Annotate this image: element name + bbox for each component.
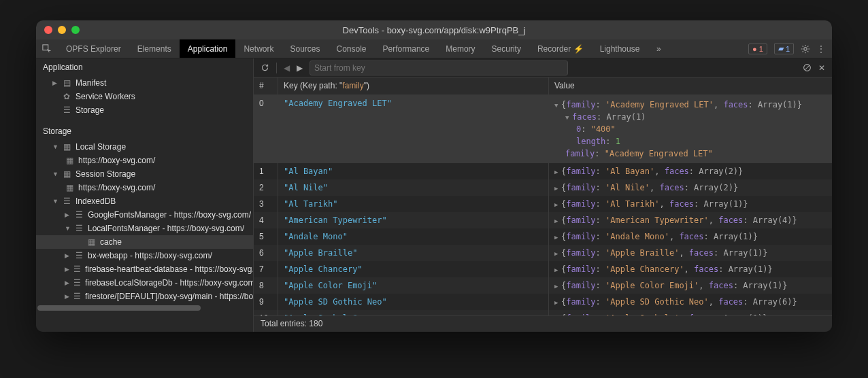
row-key: "Al Tarikh" (278, 196, 549, 212)
row-key: "Al Bayan" (278, 163, 549, 179)
storage-icon: ☰ (62, 105, 71, 115)
sidebar-item-label: cache (100, 237, 122, 247)
table-rows: 0"Academy Engraved LET"▼{family: 'Academ… (254, 95, 832, 315)
start-key-input[interactable] (310, 61, 568, 75)
tab-performance[interactable]: Performance (375, 39, 438, 58)
db-icon: ☰ (73, 264, 81, 274)
sidebar-item-ss-origin[interactable]: ▦https://boxy-svg.com/ (36, 181, 253, 194)
sidebar-item-ls-origin[interactable]: ▦https://boxy-svg.com/ (36, 154, 253, 167)
header-key[interactable]: Key (Key path: "family") (278, 78, 549, 94)
sidebar-item-label: Service Workers (76, 92, 135, 101)
titlebar: DevTools - boxy-svg.com/app/disk:w9PtrqP… (36, 20, 832, 39)
row-value: ▼{family: 'Academy Engraved LET', faces:… (549, 95, 832, 163)
row-value: ▶{family: 'Apple Symbols', faces: Array(… (549, 310, 832, 315)
inspect-icon[interactable] (36, 39, 58, 58)
svg-point-1 (804, 47, 807, 50)
row-idx: 10 (254, 310, 278, 315)
error-badge[interactable]: ● 1 (748, 44, 767, 54)
row-value: ▶{family: 'Apple Color Emoji', faces: Ar… (549, 277, 832, 294)
header-value[interactable]: Value (549, 78, 832, 94)
kebab-icon[interactable]: ⋮ (817, 44, 825, 54)
more-tabs-icon[interactable]: » (648, 39, 669, 58)
table-row[interactable]: 1"Al Bayan"▶{family: 'Al Bayan', faces: … (254, 163, 832, 179)
table-row[interactable]: 9"Apple SD Gothic Neo"▶{family: 'Apple S… (254, 294, 832, 310)
devtools-window: DevTools - boxy-svg.com/app/disk:w9PtrqP… (36, 20, 832, 332)
tab-memory[interactable]: Memory (437, 39, 483, 58)
row-key: "Apple Color Emoji" (278, 277, 549, 294)
tab-elements[interactable]: Elements (129, 39, 180, 58)
table-row[interactable]: 10"Apple Symbols"▶{family: 'Apple Symbol… (254, 310, 832, 315)
sidebar-item-idb-db[interactable]: ▼☰LocalFontsManager - https://boxy-svg.c… (36, 222, 253, 235)
row-value: ▶{family: 'Apple Chancery', faces: Array… (549, 261, 832, 277)
sidebar-item-service-workers[interactable]: ✿Service Workers (36, 90, 253, 103)
db-icon: ☰ (74, 251, 84, 260)
row-idx: 5 (254, 228, 278, 245)
header-idx: # (254, 78, 278, 94)
db-icon: ☰ (73, 278, 81, 288)
table-row[interactable]: 3"Al Tarikh"▶{family: 'Al Tarikh', faces… (254, 196, 832, 212)
table-row[interactable]: 0"Academy Engraved LET"▼{family: 'Academ… (254, 95, 832, 163)
tab-recorder-[interactable]: Recorder ⚡ (529, 39, 592, 58)
sidebar-item-label: Session Storage (76, 169, 135, 179)
row-value: ▶{family: 'Al Tarikh', faces: Array(1)} (549, 196, 832, 212)
delete-icon[interactable]: ✕ (818, 63, 825, 73)
row-key: "Academy Engraved LET" (278, 95, 549, 111)
sidebar-item-label: Local Storage (76, 142, 126, 152)
sidebar-item-label: https://boxy-svg.com/ (78, 183, 155, 192)
error-count: 1 (759, 45, 763, 53)
sidebar-item-idb-db[interactable]: ▶☰firebase-heartbeat-database - https://… (36, 262, 253, 276)
row-value: ▶{family: 'Apple SD Gothic Neo', faces: … (549, 294, 832, 310)
sidebar-item-idb-db[interactable]: ▶☰bx-webapp - https://boxy-svg.com/ (36, 249, 253, 262)
sidebar-item-label: IndexedDB (76, 196, 116, 206)
reload-icon[interactable] (261, 63, 269, 72)
row-key: "American Typewriter" (278, 212, 549, 228)
tab-network[interactable]: Network (235, 39, 282, 58)
sidebar-item-idb-db[interactable]: ▶☰GoogleFontsManager - https://boxy-svg.… (36, 208, 253, 222)
tab-lighthouse[interactable]: Lighthouse (592, 39, 648, 58)
sidebar-item-idb-db[interactable]: ▶☰firebaseLocalStorageDb - https://boxy-… (36, 276, 253, 290)
sidebar-item-local-storage[interactable]: ▼▦Local Storage (36, 140, 253, 154)
sidebar-item-idb-db[interactable]: ▶☰firestore/[DEFAULT]/boxy-svg/main - ht… (36, 290, 253, 303)
sidebar-item-storage-app[interactable]: ☰Storage (36, 103, 253, 117)
origin-icon: ▦ (65, 156, 74, 165)
sessionstorage-icon: ▦ (62, 169, 71, 179)
section-storage: Storage (36, 122, 253, 140)
window-title: DevTools - boxy-svg.com/app/disk:w9PtrqP… (36, 25, 832, 35)
row-idx: 6 (254, 245, 278, 261)
table-row[interactable]: 8"Apple Color Emoji"▶{family: 'Apple Col… (254, 277, 832, 294)
sidebar-item-label: firebase-heartbeat-database - https://bo… (85, 264, 253, 274)
issues-badge[interactable]: ▰ 1 (774, 43, 794, 54)
sidebar-item-cache[interactable]: ▦cache (36, 235, 253, 249)
next-icon[interactable]: ▶ (297, 63, 303, 73)
table-row[interactable]: 7"Apple Chancery"▶{family: 'Apple Chance… (254, 261, 832, 277)
tab-console[interactable]: Console (329, 39, 375, 58)
tab-security[interactable]: Security (484, 39, 529, 58)
db-icon: ☰ (74, 224, 84, 233)
row-value: ▶{family: 'Al Bayan', faces: Array(2)} (549, 163, 832, 179)
tab-sources[interactable]: Sources (282, 39, 328, 58)
table-row[interactable]: 6"Apple Braille"▶{family: 'Apple Braille… (254, 245, 832, 261)
status-footer: Total entries: 180 (254, 315, 832, 332)
row-key: "Andale Mono" (278, 228, 549, 245)
row-idx: 3 (254, 196, 278, 212)
prev-icon[interactable]: ◀ (284, 63, 290, 73)
sidebar-item-session-storage[interactable]: ▼▦Session Storage (36, 167, 253, 181)
sidebar-item-manifest[interactable]: ▶▤Manifest (36, 76, 253, 90)
row-idx: 2 (254, 179, 278, 196)
tab-application[interactable]: Application (180, 39, 236, 58)
table-row[interactable]: 2"Al Nile"▶{family: 'Al Nile', faces: Ar… (254, 179, 832, 196)
clear-icon[interactable] (803, 63, 812, 72)
idb-content: ◀ ▶ ✕ # Key (Key path: "family") Value 0… (254, 58, 832, 332)
sidebar-hscroll[interactable] (36, 303, 253, 313)
row-key: "Al Nile" (278, 179, 549, 196)
table-header: # Key (Key path: "family") Value (254, 78, 832, 95)
sidebar-item-label: firebaseLocalStorageDb - https://boxy-sv… (85, 278, 253, 288)
sidebar-item-indexeddb[interactable]: ▼☰IndexedDB (36, 194, 253, 208)
row-key: "Apple Braille" (278, 245, 549, 261)
tab-opfs-explorer[interactable]: OPFS Explorer (58, 39, 129, 58)
svg-line-3 (805, 65, 809, 70)
row-value: ▶{family: 'Andale Mono', faces: Array(1)… (549, 228, 832, 245)
table-row[interactable]: 4"American Typewriter"▶{family: 'America… (254, 212, 832, 228)
settings-icon[interactable] (801, 44, 810, 54)
table-row[interactable]: 5"Andale Mono"▶{family: 'Andale Mono', f… (254, 228, 832, 245)
